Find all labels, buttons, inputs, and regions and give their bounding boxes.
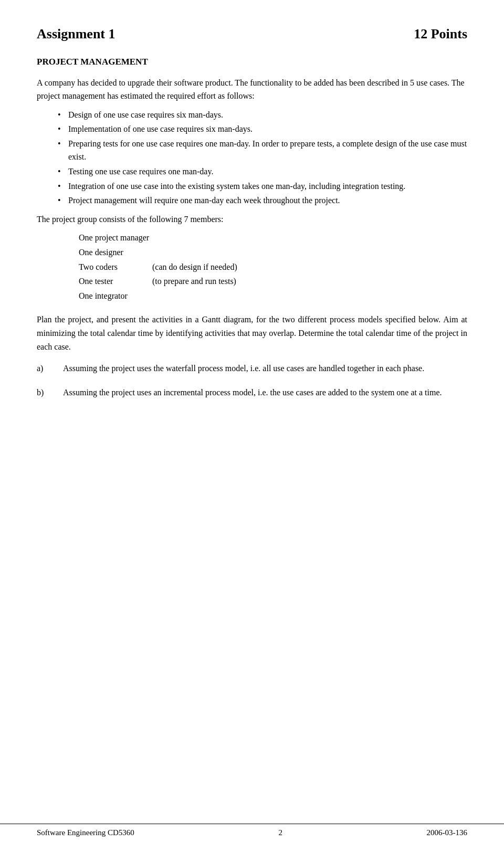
assignment-title: Assignment 1 <box>37 26 116 42</box>
requirements-list: Design of one use case requires six man-… <box>58 108 467 207</box>
footer-date: 2006-03-136 <box>426 828 467 837</box>
intro-paragraph: A company has decided to upgrade their s… <box>37 77 467 103</box>
bullet-item: Testing one use case requires one man-da… <box>58 165 467 178</box>
member-note: (to prepare and run tests) <box>152 275 236 288</box>
member-role: One integrator <box>79 289 152 303</box>
member-role: Two coders <box>79 260 152 274</box>
bullet-item: Project management will require one man-… <box>58 194 467 207</box>
bullet-item: Integration of one use case into the exi… <box>58 180 467 193</box>
member-role: One designer <box>79 246 152 259</box>
question-text: Assuming the project uses the waterfall … <box>63 362 467 375</box>
section-title: PROJECT MANAGEMENT <box>37 57 467 67</box>
bullet-item: Design of one use case requires six man-… <box>58 108 467 122</box>
footer-page: 2 <box>278 828 282 837</box>
question-block: a)Assuming the project uses the waterfal… <box>37 362 467 375</box>
questions-container: a)Assuming the project uses the waterfal… <box>37 362 467 399</box>
footer-course: Software Engineering CD5360 <box>37 828 134 837</box>
footer: Software Engineering CD5360 2 2006-03-13… <box>0 824 504 837</box>
member-row: One tester(to prepare and run tests) <box>79 275 467 288</box>
question-label: b) <box>37 386 63 399</box>
question-text: Assuming the project uses an incremental… <box>63 386 467 399</box>
member-row: Two coders(can do design if needed) <box>79 260 467 274</box>
members-table: One project managerOne designerTwo coder… <box>79 231 467 302</box>
header-row: Assignment 1 12 Points <box>37 26 467 42</box>
bullet-item: Implementation of one use case requires … <box>58 122 467 136</box>
member-row: One project manager <box>79 231 467 245</box>
bullet-item: Preparing tests for one use case require… <box>58 137 467 164</box>
member-role: One project manager <box>79 231 152 245</box>
question-label: a) <box>37 362 63 375</box>
points-label: 12 Points <box>414 26 467 42</box>
project-group-intro: The project group consists of the follow… <box>37 213 467 226</box>
page: Assignment 1 12 Points PROJECT MANAGEMEN… <box>0 0 504 853</box>
plan-paragraph: Plan the project, and present the activi… <box>37 313 467 353</box>
question-block: b)Assuming the project uses an increment… <box>37 386 467 399</box>
member-role: One tester <box>79 275 152 288</box>
member-row: One integrator <box>79 289 467 303</box>
member-note: (can do design if needed) <box>152 260 237 274</box>
member-row: One designer <box>79 246 467 259</box>
